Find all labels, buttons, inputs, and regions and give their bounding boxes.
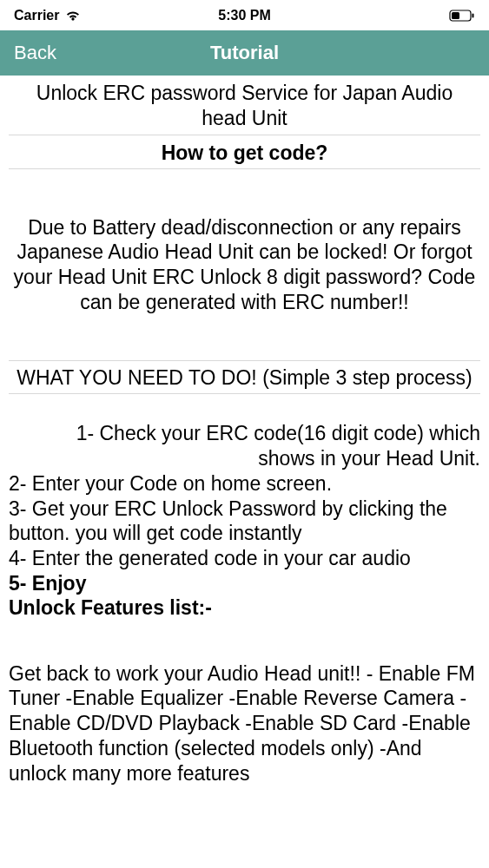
status-left: Carrier (14, 8, 82, 23)
step-1: 1- Check your ERC code(16 digit code) wh… (9, 421, 480, 471)
svg-rect-1 (472, 13, 474, 17)
section-title: WHAT YOU NEED TO DO! (Simple 3 step proc… (9, 365, 480, 391)
nav-bar: Back Tutorial (0, 30, 489, 76)
status-bar: Carrier 5:30 PM (0, 0, 489, 30)
content-area: Unlock ERC password Service for Japan Au… (0, 76, 489, 786)
step-3: 3- Get your ERC Unlock Password by click… (9, 496, 480, 547)
svg-rect-2 (452, 12, 459, 19)
subtitle: How to get code? (9, 140, 480, 165)
carrier-label: Carrier (14, 8, 59, 23)
features-body: Get back to work your Audio Head unit!! … (9, 661, 480, 786)
divider (9, 393, 480, 394)
divider (9, 168, 480, 169)
step-4: 4- Enter the generated code in your car … (9, 546, 480, 571)
step-5: 5- Enjoy (9, 571, 480, 596)
intro-paragraph: Due to Battery dead/disconnection or any… (9, 215, 480, 315)
back-button[interactable]: Back (14, 42, 56, 64)
step-2: 2- Enter your Code on home screen. (9, 471, 480, 496)
status-right (449, 10, 475, 22)
divider (9, 135, 480, 135)
status-time: 5:30 PM (218, 8, 270, 23)
nav-title: Tutorial (210, 42, 279, 64)
main-title: Unlock ERC password Service for Japan Au… (9, 81, 480, 131)
wifi-icon (64, 10, 82, 22)
battery-icon (449, 10, 475, 22)
divider (9, 360, 480, 361)
features-title: Unlock Features list:- (9, 596, 480, 620)
